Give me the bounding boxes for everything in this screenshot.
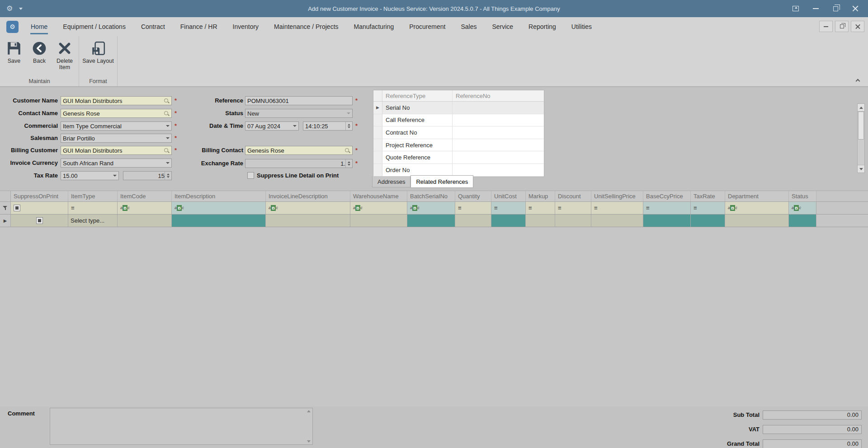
save-button[interactable]: Save — [1, 38, 27, 64]
tab-maintenance-projects[interactable]: Maintenance / Projects — [266, 17, 346, 36]
reference-type-cell[interactable]: Quote Reference — [382, 151, 453, 163]
column-header-baseccyprice[interactable]: BaseCcyPrice — [643, 191, 691, 201]
data-cell-markup[interactable] — [526, 215, 555, 227]
filter-cell-quantity[interactable]: = — [455, 202, 491, 214]
filter-cell-suppressonprint[interactable] — [11, 202, 68, 214]
dock-window-button[interactable] — [786, 0, 806, 17]
search-icon[interactable] — [164, 148, 170, 154]
scroll-down-button[interactable] — [858, 165, 864, 173]
exchange-rate-spinner[interactable]: 1. — [245, 159, 353, 168]
data-cell-suppressonprint[interactable] — [11, 215, 68, 227]
grid-empty-area[interactable] — [0, 227, 868, 406]
data-cell-baseccyprice[interactable] — [643, 215, 691, 227]
tab-procurement[interactable]: Procurement — [401, 17, 453, 36]
app-gear-icon[interactable]: ⚙ — [6, 5, 13, 12]
reference-row-order-no[interactable]: Order No — [373, 164, 544, 177]
invoice-currency-dropdown[interactable]: South African Rand — [61, 159, 172, 168]
chevron-down-icon[interactable] — [291, 122, 298, 130]
tab-related-references[interactable]: Related References — [410, 175, 473, 188]
chevron-down-icon[interactable] — [111, 172, 118, 180]
close-window-button[interactable] — [845, 0, 865, 17]
suppress-line-detail-checkbox[interactable] — [247, 172, 254, 179]
restore-window-button[interactable] — [826, 0, 845, 17]
search-icon[interactable] — [344, 148, 350, 154]
tab-manufacturing[interactable]: Manufacturing — [346, 17, 402, 36]
reference-no-header[interactable]: ReferenceNo — [453, 90, 544, 101]
column-header-itemdescription[interactable]: ItemDescription — [172, 191, 266, 201]
chevron-down-icon[interactable] — [164, 122, 171, 130]
reference-type-cell[interactable]: Contract No — [382, 126, 453, 139]
column-header-itemcode[interactable]: ItemCode — [118, 191, 172, 201]
data-cell-warehousename[interactable] — [350, 215, 407, 227]
column-header-quantity[interactable]: Quantity — [455, 191, 491, 201]
filter-cell-baseccyprice[interactable]: = — [643, 202, 691, 214]
reference-row-project-reference[interactable]: Project Reference — [373, 139, 544, 152]
tab-service[interactable]: Service — [484, 17, 521, 36]
reference-field[interactable]: POMNU063001 — [245, 96, 353, 105]
reference-no-cell[interactable] — [453, 126, 544, 139]
tab-home[interactable]: Home — [23, 17, 55, 36]
filter-cell-itemcode[interactable]: aBc — [118, 202, 172, 214]
filter-cell-unitcost[interactable]: = — [491, 202, 526, 214]
column-header-taxrate[interactable]: TaxRate — [691, 191, 725, 201]
app-button[interactable]: ⚙ — [6, 21, 19, 33]
reference-row-quote-reference[interactable]: Quote Reference — [373, 151, 544, 164]
reference-type-cell[interactable]: Project Reference — [382, 139, 453, 151]
chevron-down-icon[interactable] — [164, 159, 171, 167]
reference-no-cell[interactable] — [453, 102, 544, 114]
scroll-up-button[interactable] — [858, 104, 864, 112]
data-cell-batchserialno[interactable] — [407, 215, 455, 227]
filter-cell-itemtype[interactable]: = — [68, 202, 118, 214]
suppress-on-print-checkbox[interactable] — [36, 217, 43, 224]
data-cell-discount[interactable] — [555, 215, 591, 227]
chevron-down-icon[interactable] — [164, 134, 171, 142]
delete-item-button[interactable]: Delete Item — [52, 38, 77, 71]
time-spinner[interactable]: 14:10:25 — [303, 121, 353, 131]
comment-textarea[interactable] — [50, 408, 313, 445]
search-icon[interactable] — [164, 111, 170, 117]
column-header-markup[interactable]: Markup — [526, 191, 555, 201]
data-cell-department[interactable] — [725, 215, 789, 227]
filter-cell-discount[interactable]: = — [555, 202, 591, 214]
tab-addresses[interactable]: Addresses — [372, 176, 410, 187]
data-cell-unitsellingprice[interactable] — [591, 215, 643, 227]
date-picker[interactable]: 07 Aug 2024 — [245, 121, 299, 131]
tab-sales[interactable]: Sales — [453, 17, 484, 36]
ribbon-minimize-button[interactable] — [819, 21, 833, 32]
salesman-dropdown[interactable]: Briar Portillo — [61, 134, 172, 143]
data-cell-itemdescription[interactable] — [172, 215, 266, 227]
data-cell-quantity[interactable] — [455, 215, 491, 227]
ribbon-restore-button[interactable] — [835, 21, 849, 32]
data-cell-invoicelinedescription[interactable] — [266, 215, 350, 227]
filter-cell-department[interactable]: aBc — [725, 202, 789, 214]
column-header-itemtype[interactable]: ItemType — [68, 191, 118, 201]
column-header-unitcost[interactable]: UnitCost — [491, 191, 526, 201]
data-cell-status[interactable] — [789, 215, 816, 227]
data-cell-unitcost[interactable] — [491, 215, 526, 227]
reference-type-header[interactable]: ReferenceType — [382, 90, 453, 101]
reference-type-cell[interactable]: Call Reference — [382, 114, 453, 126]
form-scrollbar[interactable] — [857, 103, 865, 173]
spinner-arrows-icon[interactable] — [345, 159, 352, 168]
column-header-unitsellingprice[interactable]: UnitSellingPrice — [591, 191, 643, 201]
reference-no-cell[interactable] — [453, 151, 544, 163]
data-cell-itemtype[interactable]: Select type... — [68, 215, 118, 227]
billing-customer-field[interactable]: GUI Molan Distributors — [61, 146, 172, 155]
filter-cell-warehousename[interactable]: aBc — [350, 202, 407, 214]
column-header-department[interactable]: Department — [725, 191, 789, 201]
contact-name-field[interactable]: Genesis Rose — [61, 109, 172, 118]
reference-no-cell[interactable] — [453, 164, 544, 176]
back-button[interactable]: Back — [27, 38, 52, 64]
data-cell-itemcode[interactable] — [118, 215, 172, 227]
tab-finance-hr[interactable]: Finance / HR — [173, 17, 225, 36]
tab-equipment-locations[interactable]: Equipment / Locations — [55, 17, 133, 36]
reference-type-cell[interactable]: Order No — [382, 164, 453, 176]
comment-scrollbar[interactable] — [305, 409, 312, 444]
spinner-arrows-icon[interactable] — [165, 172, 171, 180]
save-layout-button[interactable]: Save Layout — [80, 38, 116, 64]
tab-utilities[interactable]: Utilities — [564, 17, 599, 36]
filter-cell-taxrate[interactable]: = — [691, 202, 725, 214]
filter-cell-markup[interactable]: = — [526, 202, 555, 214]
tab-reporting[interactable]: Reporting — [521, 17, 564, 36]
tax-rate-spinner[interactable]: 15 — [123, 171, 172, 180]
